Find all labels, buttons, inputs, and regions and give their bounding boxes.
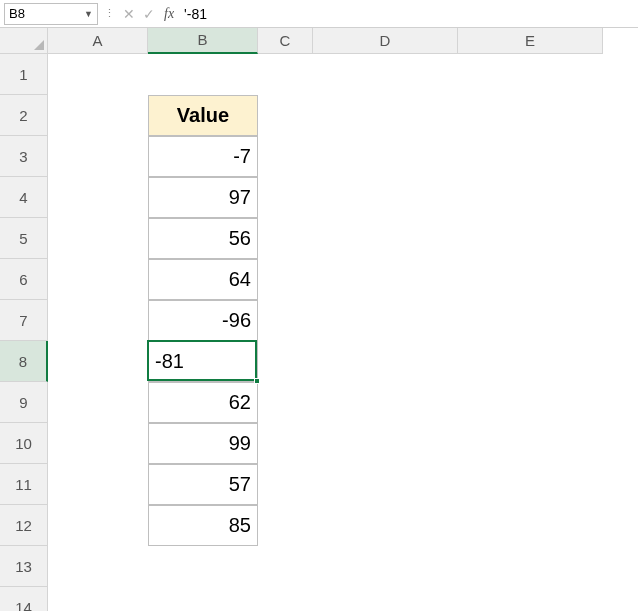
row-header-7[interactable]: 7 (0, 300, 48, 341)
column-header-D[interactable]: D (313, 28, 458, 54)
row-header-13[interactable]: 13 (0, 546, 48, 587)
cell-B10[interactable]: 99 (148, 423, 258, 464)
fx-icon[interactable]: fx (162, 6, 176, 22)
cell-B8[interactable]: -81 (148, 341, 258, 382)
fill-handle[interactable] (254, 378, 260, 384)
select-all-corner[interactable] (0, 28, 48, 54)
row-header-3[interactable]: 3 (0, 136, 48, 177)
row-header-8[interactable]: 8 (0, 341, 48, 382)
cancel-icon[interactable]: ✕ (122, 6, 136, 22)
row-header-1[interactable]: 1 (0, 54, 48, 95)
name-box-value: B8 (9, 6, 84, 21)
cell-B5[interactable]: 56 (148, 218, 258, 259)
column-headers: ABCDE (48, 28, 603, 54)
row-header-2[interactable]: 2 (0, 95, 48, 136)
cell-B4[interactable]: 97 (148, 177, 258, 218)
formula-bar-row: B8 ▼ ⋮ ✕ ✓ fx (0, 0, 638, 28)
cell-B2[interactable]: Value (148, 95, 258, 136)
row-header-10[interactable]: 10 (0, 423, 48, 464)
row-header-11[interactable]: 11 (0, 464, 48, 505)
row-header-6[interactable]: 6 (0, 259, 48, 300)
formula-input[interactable] (180, 4, 634, 24)
row-header-4[interactable]: 4 (0, 177, 48, 218)
cell-B12[interactable]: 85 (148, 505, 258, 546)
row-headers: 1234567891011121314 (0, 54, 48, 611)
column-header-E[interactable]: E (458, 28, 603, 54)
column-header-C[interactable]: C (258, 28, 313, 54)
column-header-A[interactable]: A (48, 28, 148, 54)
cell-B7[interactable]: -96 (148, 300, 258, 341)
formula-buttons: ✕ ✓ fx (122, 6, 176, 22)
column-header-B[interactable]: B (148, 28, 258, 54)
name-box[interactable]: B8 ▼ (4, 3, 98, 25)
cell-B9[interactable]: 62 (148, 382, 258, 423)
chevron-down-icon[interactable]: ▼ (84, 9, 93, 19)
separator-dots: ⋮ (102, 7, 118, 20)
row-header-5[interactable]: 5 (0, 218, 48, 259)
cell-B6[interactable]: 64 (148, 259, 258, 300)
cell-B3[interactable]: -7 (148, 136, 258, 177)
row-header-9[interactable]: 9 (0, 382, 48, 423)
cell-B11[interactable]: 57 (148, 464, 258, 505)
enter-icon[interactable]: ✓ (142, 6, 156, 22)
row-header-12[interactable]: 12 (0, 505, 48, 546)
row-header-14[interactable]: 14 (0, 587, 48, 611)
